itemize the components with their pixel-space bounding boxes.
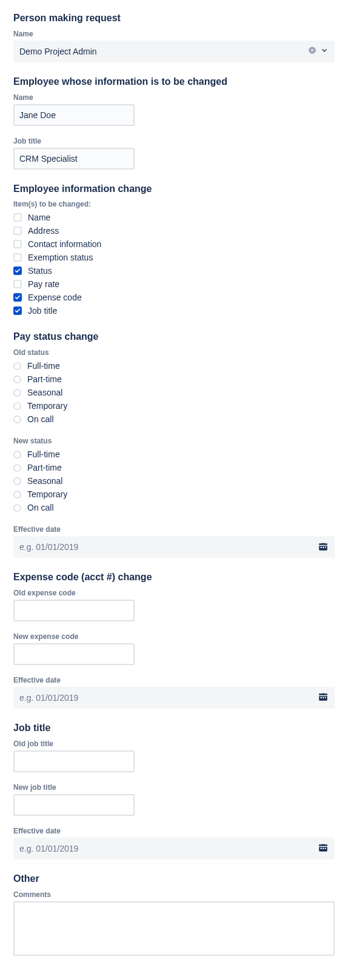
- textarea-comments[interactable]: [13, 901, 335, 956]
- section-pay-status: Pay status change Old status Full-timePa…: [13, 331, 335, 558]
- checkbox-icon[interactable]: [13, 253, 22, 262]
- field-requester-name: Name Demo Project Admin: [13, 30, 335, 62]
- field-comments: Comments: [13, 890, 335, 958]
- section-requester: Person making request Name Demo Project …: [13, 12, 335, 62]
- radio-icon[interactable]: [13, 477, 21, 485]
- input-old-job-title[interactable]: [13, 750, 135, 772]
- checkbox-icon[interactable]: [13, 293, 22, 302]
- radio-list-new-status: Full-timePart-timeSeasonalTemporaryOn ca…: [13, 448, 335, 514]
- radio-item[interactable]: Temporary: [13, 399, 335, 412]
- checkbox-icon[interactable]: [13, 227, 22, 235]
- calendar-icon[interactable]: [318, 691, 329, 704]
- radio-label: Seasonal: [27, 388, 62, 397]
- date-placeholder: e.g. 01/01/2019: [19, 844, 318, 853]
- svg-rect-2: [321, 541, 322, 543]
- radio-icon[interactable]: [13, 402, 21, 410]
- section-expense: Expense code (acct #) change Old expense…: [13, 571, 335, 709]
- svg-rect-21: [325, 848, 326, 849]
- section-title-pay-status: Pay status change: [13, 331, 335, 343]
- checkbox-item[interactable]: Name: [13, 211, 335, 224]
- section-job-title: Job title Old job title New job title Ef…: [13, 722, 335, 859]
- label-old-job: Old job title: [13, 740, 335, 748]
- clear-icon[interactable]: [308, 46, 316, 56]
- calendar-icon[interactable]: [318, 541, 329, 554]
- label-new-status: New status: [13, 437, 335, 445]
- checkbox-item[interactable]: Expense code: [13, 291, 335, 304]
- input-value: Jane Doe: [19, 110, 56, 120]
- radio-list-old-status: Full-timePart-timeSeasonalTemporaryOn ca…: [13, 359, 335, 426]
- date-input-job-title[interactable]: e.g. 01/01/2019: [13, 838, 335, 859]
- radio-label: On call: [27, 503, 54, 512]
- radio-icon[interactable]: [13, 504, 21, 512]
- checkbox-item[interactable]: Status: [13, 264, 335, 277]
- radio-item[interactable]: Seasonal: [13, 386, 335, 399]
- label-new-expense: New expense code: [13, 632, 335, 641]
- field-new-expense: New expense code: [13, 632, 335, 665]
- checkbox-item[interactable]: Address: [13, 224, 335, 237]
- radio-icon[interactable]: [13, 416, 21, 423]
- svg-rect-11: [319, 695, 327, 697]
- radio-item[interactable]: Seasonal: [13, 474, 335, 488]
- section-title-expense: Expense code (acct #) change: [13, 571, 335, 584]
- checkbox-item[interactable]: Exemption status: [13, 251, 335, 264]
- radio-icon[interactable]: [13, 491, 21, 498]
- checkbox-item[interactable]: Pay rate: [13, 277, 335, 291]
- radio-icon[interactable]: [13, 362, 21, 370]
- label-effective-date: Effective date: [13, 827, 335, 835]
- label-employee-job: Job title: [13, 137, 335, 145]
- calendar-icon[interactable]: [318, 842, 329, 855]
- input-new-expense[interactable]: [13, 643, 135, 665]
- radio-icon[interactable]: [13, 389, 21, 397]
- checkbox-icon[interactable]: [13, 267, 22, 275]
- chevron-down-icon[interactable]: [320, 46, 329, 56]
- radio-icon[interactable]: [13, 451, 21, 459]
- radio-label: Seasonal: [27, 476, 62, 486]
- radio-item[interactable]: On call: [13, 501, 335, 514]
- svg-rect-14: [325, 697, 326, 698]
- input-employee-job[interactable]: CRM Specialist: [13, 148, 135, 170]
- field-expense-effective-date: Effective date e.g. 01/01/2019: [13, 676, 335, 709]
- date-input-pay-status[interactable]: e.g. 01/01/2019: [13, 536, 335, 558]
- radio-label: Temporary: [27, 489, 67, 499]
- date-placeholder: e.g. 01/01/2019: [19, 693, 318, 703]
- checkbox-icon[interactable]: [13, 306, 22, 315]
- radio-icon[interactable]: [13, 464, 21, 472]
- radio-item[interactable]: Temporary: [13, 488, 335, 501]
- checkbox-icon[interactable]: [13, 213, 22, 222]
- label-effective-date: Effective date: [13, 525, 335, 534]
- field-new-status: New status Full-timePart-timeSeasonalTem…: [13, 437, 335, 514]
- label-employee-name: Name: [13, 93, 335, 102]
- radio-item[interactable]: Full-time: [13, 448, 335, 461]
- svg-rect-10: [325, 692, 326, 694]
- radio-item[interactable]: Full-time: [13, 359, 335, 372]
- label-requester-name: Name: [13, 30, 335, 38]
- field-items-to-change: Item(s) to be changed: NameAddressContac…: [13, 200, 335, 317]
- radio-item[interactable]: On call: [13, 412, 335, 426]
- svg-rect-19: [321, 848, 322, 849]
- section-title-job: Job title: [13, 722, 335, 735]
- section-employee: Employee whose information is to be chan…: [13, 76, 335, 170]
- checkbox-label: Status: [28, 266, 52, 276]
- radio-icon[interactable]: [13, 376, 21, 383]
- label-new-job: New job title: [13, 783, 335, 792]
- input-employee-name[interactable]: Jane Doe: [13, 104, 135, 126]
- svg-rect-3: [325, 541, 326, 543]
- date-input-expense[interactable]: e.g. 01/01/2019: [13, 687, 335, 709]
- radio-item[interactable]: Part-time: [13, 461, 335, 474]
- field-job-effective-date: Effective date e.g. 01/01/2019: [13, 827, 335, 859]
- checkbox-icon[interactable]: [13, 240, 22, 248]
- select-value: Demo Project Admin: [19, 47, 308, 56]
- checkbox-item[interactable]: Contact information: [13, 237, 335, 251]
- input-old-expense[interactable]: [13, 600, 135, 621]
- svg-rect-12: [321, 697, 322, 698]
- svg-rect-6: [323, 546, 324, 548]
- select-requester-name[interactable]: Demo Project Admin: [13, 41, 335, 62]
- section-title-other: Other: [13, 873, 335, 886]
- radio-label: Full-time: [27, 361, 60, 371]
- input-value: CRM Specialist: [19, 154, 78, 164]
- radio-item[interactable]: Part-time: [13, 372, 335, 386]
- checkbox-icon[interactable]: [13, 280, 22, 288]
- date-placeholder: e.g. 01/01/2019: [19, 542, 318, 552]
- input-new-job-title[interactable]: [13, 794, 135, 816]
- checkbox-item[interactable]: Job title: [13, 304, 335, 317]
